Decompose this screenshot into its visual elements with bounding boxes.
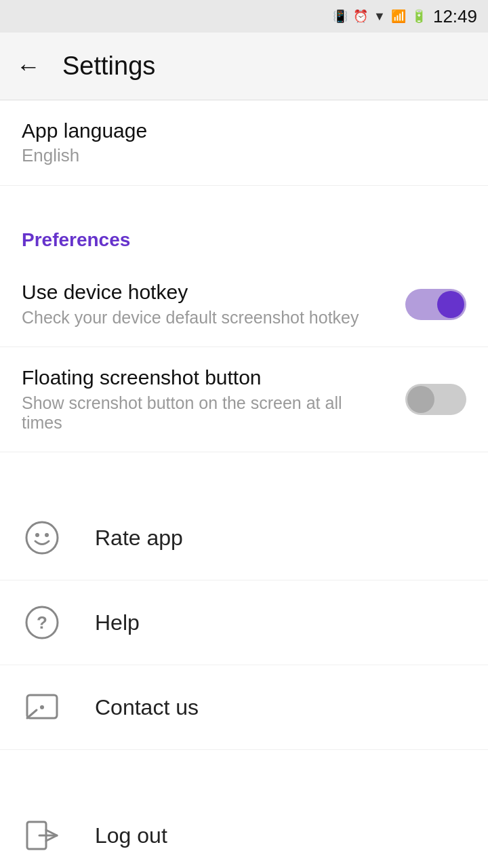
app-language-item[interactable]: App language English — [0, 100, 488, 186]
rate-app-label: Rate app — [95, 526, 183, 551]
status-time: 12:49 — [433, 6, 477, 27]
top-bar: ← Settings — [0, 33, 488, 100]
preferences-section-header: Preferences — [0, 208, 488, 262]
floating-button-text: Floating screenshot button Show scrensho… — [22, 366, 405, 433]
device-hotkey-text: Use device hotkey Check your device defa… — [22, 281, 405, 328]
svg-point-6 — [40, 705, 44, 709]
wifi-icon: ▼ — [373, 9, 386, 24]
logout-label: Log out — [95, 823, 167, 848]
device-hotkey-row: Use device hotkey Check your device defa… — [0, 262, 488, 347]
rate-app-item[interactable]: Rate app — [0, 496, 488, 580]
page-title: Settings — [62, 52, 155, 81]
alarm-icon: ⏰ — [353, 9, 368, 24]
preferences-title: Preferences — [22, 229, 466, 251]
device-hotkey-toggle[interactable] — [405, 289, 466, 320]
help-label: Help — [95, 610, 140, 635]
svg-text:?: ? — [37, 612, 47, 633]
device-hotkey-knob — [437, 291, 464, 318]
floating-button-row: Floating screenshot button Show scrensho… — [0, 347, 488, 452]
contact-us-label: Contact us — [95, 695, 199, 720]
floating-button-knob — [407, 386, 434, 413]
battery-icon: 🔋 — [411, 9, 426, 24]
svg-point-2 — [45, 533, 49, 537]
svg-point-0 — [26, 522, 58, 553]
floating-button-label: Floating screenshot button — [22, 366, 384, 389]
logout-item[interactable]: Log out — [0, 793, 488, 868]
vibrate-icon: 📳 — [333, 9, 348, 24]
content-area: App language English Preferences Use dev… — [0, 100, 488, 868]
spacer-3 — [0, 474, 488, 496]
back-button[interactable]: ← — [16, 54, 41, 79]
help-item[interactable]: ? Help — [0, 580, 488, 665]
logout-icon — [22, 815, 62, 856]
contact-us-item[interactable]: Contact us — [0, 665, 488, 750]
app-language-value: English — [22, 145, 466, 166]
contact-icon — [22, 687, 62, 728]
status-bar: 📳 ⏰ ▼ 📶 🔋 12:49 — [0, 0, 488, 33]
spacer-4 — [0, 750, 488, 772]
spacer-5 — [0, 772, 488, 793]
help-icon: ? — [22, 602, 62, 643]
floating-button-toggle[interactable] — [405, 384, 466, 415]
signal-icon: 📶 — [391, 9, 406, 24]
emoji-icon — [22, 517, 62, 558]
spacer-1 — [0, 186, 488, 208]
device-hotkey-label: Use device hotkey — [22, 281, 384, 304]
floating-button-desc: Show screnshot button on the screen at a… — [22, 393, 384, 433]
device-hotkey-desc: Check your device default screenshot hot… — [22, 308, 384, 328]
status-icons: 📳 ⏰ ▼ 📶 🔋 — [333, 9, 426, 24]
app-language-label: App language — [22, 119, 466, 142]
svg-point-1 — [35, 533, 39, 537]
spacer-2 — [0, 452, 488, 474]
